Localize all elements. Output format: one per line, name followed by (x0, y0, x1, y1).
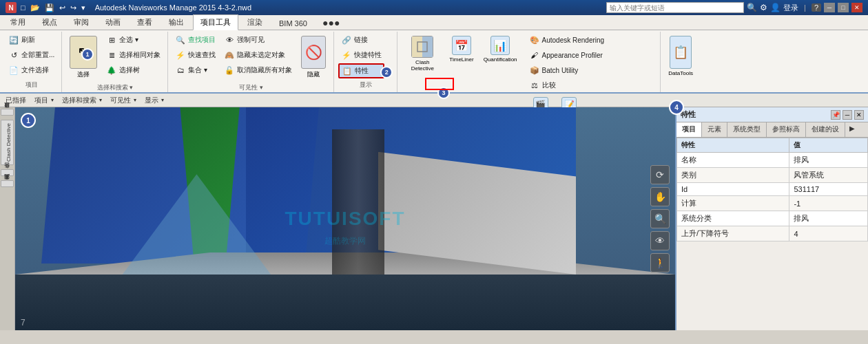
look-btn[interactable]: 👁 (650, 231, 670, 250)
tab-changyong[interactable]: 常用 (3, 14, 33, 30)
zoom-btn[interactable]: 🔍 (650, 209, 670, 228)
tab-shidian[interactable]: 视点 (34, 14, 65, 30)
hide-big-btn[interactable]: 🚫 隐藏 (298, 33, 329, 82)
panel-tab-reference[interactable]: 参照标高 (767, 122, 806, 137)
force-visible-btn[interactable]: 👁 强制可见 (221, 33, 295, 47)
property-value: 风管系统 (789, 168, 868, 183)
nav-visibility[interactable]: 可见性 ▾ (110, 96, 136, 105)
panel-tab-system-type[interactable]: 系统类型 (727, 122, 767, 137)
tab-more[interactable]: ●●● (316, 15, 346, 30)
reset-all-btn[interactable]: ↺ 全部重置... (6, 48, 57, 62)
ribbon-group-select: ↖ 选择 ⊞ 全选 ▾ ≣ 选择相同对象 🌲 选择树 选择和搜索 ▾ (63, 32, 168, 92)
tab-shenyue[interactable]: 审阅 (66, 14, 96, 30)
select-same-btn[interactable]: ≣ 选择相同对象 (103, 48, 163, 62)
walk-btn[interactable]: 🚶 (650, 253, 670, 272)
title-bar-left: N □ 📂 💾 ↩ ↪ ▾ Autodesk Navisworks Manage… (6, 2, 251, 13)
qa-open[interactable]: 📂 (29, 3, 41, 12)
qa-undo[interactable]: ↩ (58, 3, 67, 12)
quick-prop-icon: ⚡ (341, 50, 352, 61)
panel-tab-created[interactable]: 创建的设 (806, 122, 845, 137)
qa-redo[interactable]: ↪ (69, 3, 78, 12)
timeliner-btn[interactable]: 📅 TimeLiner (446, 33, 477, 65)
close-btn[interactable]: ✕ (851, 3, 862, 12)
pan-btn[interactable]: ✋ (650, 187, 670, 206)
maximize-btn[interactable]: □ (838, 3, 849, 12)
property-value: 排风 (789, 153, 868, 168)
panel-pin-btn[interactable]: 📌 (831, 110, 840, 120)
status-selected: 已指择 (6, 96, 26, 105)
panel-controls: 📌 ─ ✕ (831, 110, 864, 120)
show-all-btn[interactable]: 🔓 取消隐藏所有对象 (221, 63, 295, 77)
file-icon: 📄 (8, 65, 19, 76)
ribbon-group-tools: Clash Detective 📅 TimeLiner 📊 Quantifica… (399, 32, 661, 92)
refresh-btn[interactable]: 🔄 刷新 (6, 33, 57, 47)
sidebar-tab-clash[interactable]: Clash Detective (1, 120, 14, 165)
find-items-btn[interactable]: 🔍 查找项目 (172, 33, 218, 47)
select-tree-btn[interactable]: 🌲 选择树 (103, 63, 163, 77)
panel-close-btn[interactable]: ✕ (854, 110, 864, 120)
properties-panel: 4 特性 📌 ─ ✕ 项目 元素 系统类型 参照标高 创建的设 ▶ 特 (675, 107, 868, 330)
tab-bim360[interactable]: BIM 360 (271, 17, 315, 30)
settings-icon[interactable]: ⚙ (760, 3, 767, 12)
autodesk-rendering-btn[interactable]: 🎨 Autodesk Rendering (526, 33, 608, 47)
quick-find-btn[interactable]: ⚡ 快速查找 (172, 48, 218, 62)
link-btn[interactable]: 🔗 链接 (338, 33, 384, 47)
sidebar-tab-measure[interactable]: 测量工具 (1, 180, 14, 187)
appearance-profiler-btn[interactable]: 🖌 Appearance Profiler (526, 48, 608, 62)
hide-unsel-icon: 🙈 (224, 50, 235, 61)
property-btn[interactable]: 📋 特性 (338, 63, 384, 78)
orbit-btn[interactable]: ⟳ (650, 165, 670, 184)
tab-xuanran[interactable]: 渲染 (240, 14, 270, 30)
nav-select[interactable]: 选择和搜索 ▾ (62, 96, 102, 105)
table-row: 上升/下降符号4 (677, 226, 868, 241)
app-icon: N (6, 2, 17, 13)
left-tool-panel: 项目目录 Clash Detective 集合 测量工具 (0, 107, 15, 330)
quick-access-bar: □ 📂 💾 ↩ ↪ ▾ (19, 3, 87, 12)
properties-buttons: 🔗 链接 ⚡ 快捷特性 📋 特性 (338, 33, 384, 78)
qa-more[interactable]: ▾ (80, 3, 87, 12)
panel-tab-element[interactable]: 元素 (702, 122, 727, 137)
collection-btn[interactable]: 🗂 集合 ▾ (172, 63, 218, 77)
visibility-label: 可见性 ▾ (172, 83, 329, 94)
floor (15, 275, 675, 330)
tab-donghua[interactable]: 动画 (98, 14, 128, 30)
tab-shuchu[interactable]: 输出 (161, 14, 192, 30)
qa-save[interactable]: 💾 (43, 3, 56, 12)
tab-xiangmugongju[interactable]: 项目工具 (193, 14, 238, 30)
hide-unselected-btn[interactable]: 🙈 隐藏未选定对象 (221, 48, 295, 62)
help-icon[interactable]: ? (812, 3, 821, 12)
panel-body: 特性 值 名称排风类别风管系统Id531117计算-1系统分类排风上升/下降符号… (676, 138, 868, 330)
panel-collapse-btn[interactable]: ─ (843, 110, 852, 120)
ribbon-group-project: 🔄 刷新 ↺ 全部重置... 📄 文件选择 项目 (3, 32, 62, 92)
nav-display[interactable]: 显示 ▾ (145, 96, 164, 105)
datatools-btn[interactable]: 📋 DataTools (665, 33, 696, 79)
quantification-icon: 📊 (490, 36, 510, 55)
clash-detective-btn[interactable]: Clash Detective (402, 33, 443, 74)
panel-tab-project[interactable]: 项目 (676, 122, 702, 137)
user-icon[interactable]: 👤 (770, 3, 781, 12)
viewport-canvas: TUTUISOFT 超酷教学网 1 ⟳ ✋ 🔍 👁 🚶 7 (15, 107, 675, 330)
collection-icon: 🗂 (175, 65, 186, 76)
annotation-4: 4 (669, 100, 684, 115)
search-input[interactable] (606, 2, 744, 13)
sidebar-tab-collection[interactable]: 集合 (1, 169, 14, 176)
batch-utility-btn[interactable]: 📦 Batch Utility (526, 63, 608, 77)
nav-project[interactable]: 项目 ▾ (34, 96, 54, 105)
select-small-buttons: ⊞ 全选 ▾ ≣ 选择相同对象 🌲 选择树 (103, 33, 163, 77)
file-select-btn[interactable]: 📄 文件选择 (6, 63, 57, 77)
quick-prop-btn[interactable]: ⚡ 快捷特性 (338, 48, 384, 62)
select-all-btn[interactable]: ⊞ 全选 ▾ (103, 33, 163, 47)
search-icon[interactable]: 🔍 (747, 3, 757, 12)
property-icon: 📋 (342, 65, 353, 76)
tab-chakan[interactable]: 查看 (130, 14, 160, 30)
quick-find-icon: ⚡ (175, 50, 186, 61)
sidebar-tab-project[interactable]: 项目目录 (1, 109, 14, 116)
login-label[interactable]: 登录 (783, 3, 798, 13)
compare-btn[interactable]: ⚖ 比较 (526, 78, 608, 92)
panel-tab-more[interactable]: ▶ (845, 122, 859, 137)
visibility-buttons-right: 👁 强制可见 🙈 隐藏未选定对象 🔓 取消隐藏所有对象 (221, 33, 295, 77)
qa-new[interactable]: □ (19, 3, 27, 12)
minimize-btn[interactable]: ─ (824, 3, 835, 12)
property-value: -1 (789, 196, 868, 211)
quantification-btn[interactable]: 📊 Quantification (480, 33, 521, 65)
